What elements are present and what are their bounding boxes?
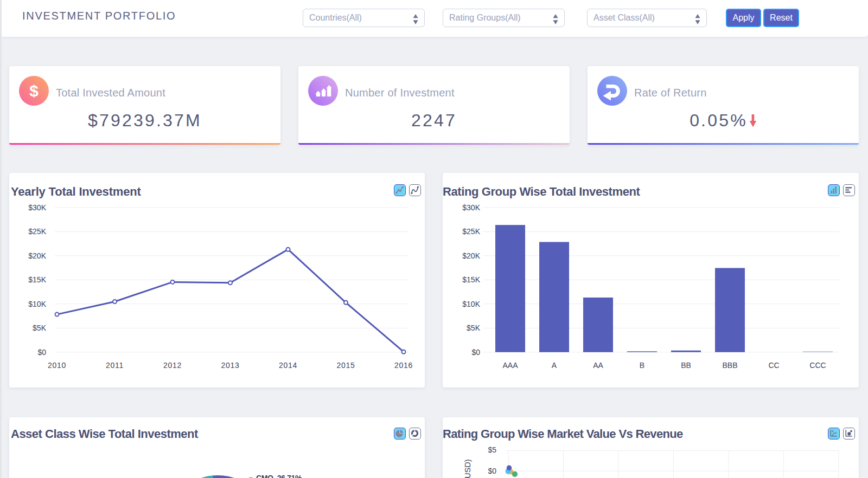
svg-text:2010: 2010 (48, 361, 66, 370)
svg-text:$10K: $10K (28, 300, 46, 308)
svg-text:2015: 2015 (337, 361, 355, 370)
svg-text:$5K: $5K (467, 324, 481, 332)
svg-text:2014: 2014 (279, 361, 297, 370)
svg-text:$15K: $15K (462, 275, 480, 284)
svg-text:$0: $0 (471, 348, 480, 357)
svg-text:BB: BB (681, 361, 691, 370)
svg-text:AA: AA (593, 361, 603, 370)
svg-text:$5K: $5K (33, 324, 47, 332)
svg-text:BBB: BBB (722, 361, 737, 370)
svg-text:CCC: CCC (809, 361, 826, 370)
svg-text:$20K: $20K (28, 251, 46, 260)
svg-text:$25K: $25K (28, 227, 46, 236)
svg-text:$10K: $10K (462, 300, 480, 308)
svg-text:$15K: $15K (28, 275, 46, 284)
svg-text:CMO, 26.71%: CMO, 26.71% (256, 474, 302, 478)
svg-text:2011: 2011 (106, 361, 124, 370)
svg-text:2016: 2016 (394, 361, 413, 370)
svg-text:$0: $0 (488, 467, 496, 475)
svg-text:CC: CC (768, 361, 779, 370)
svg-text:$20K: $20K (462, 251, 480, 260)
svg-text:A: A (552, 361, 557, 370)
svg-text:$0: $0 (37, 348, 46, 357)
svg-text:$25K: $25K (462, 227, 480, 236)
svg-text:$5: $5 (488, 445, 496, 454)
svg-text:$: $ (29, 82, 39, 100)
svg-text:B: B (640, 361, 644, 370)
svg-text:AAA: AAA (502, 361, 518, 370)
svg-text:$30K: $30K (462, 203, 480, 212)
svg-text:Market Value(USD): Market Value(USD) (463, 459, 472, 478)
svg-text:2013: 2013 (221, 361, 240, 370)
svg-text:2012: 2012 (163, 361, 182, 370)
svg-text:$30K: $30K (28, 203, 46, 212)
